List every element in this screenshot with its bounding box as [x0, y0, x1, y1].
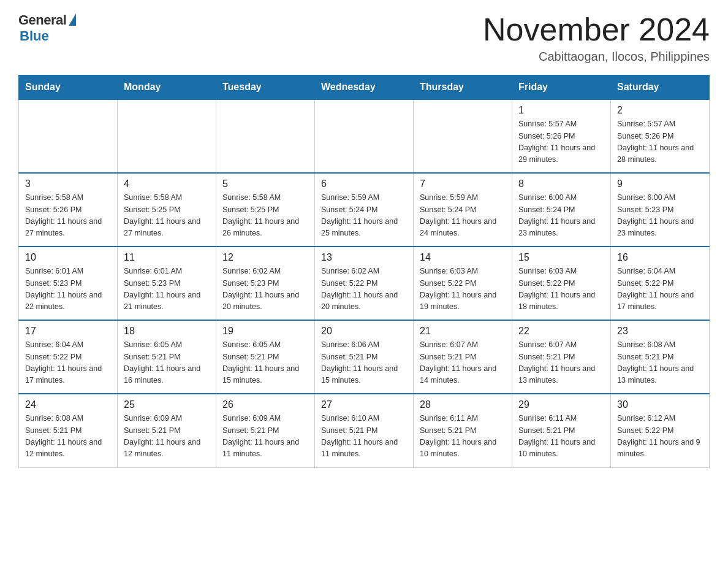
calendar-cell: 28Sunrise: 6:11 AMSunset: 5:21 PMDayligh…	[414, 394, 512, 467]
day-number: 25	[124, 399, 210, 410]
calendar-cell: 12Sunrise: 6:02 AMSunset: 5:23 PMDayligh…	[216, 247, 315, 320]
calendar-cell: 3Sunrise: 5:58 AMSunset: 5:26 PMDaylight…	[19, 173, 118, 247]
calendar-cell: 24Sunrise: 6:08 AMSunset: 5:21 PMDayligh…	[19, 394, 118, 467]
weekday-header-monday: Monday	[118, 75, 216, 100]
day-number: 6	[321, 178, 407, 190]
day-info: Sunrise: 5:59 AMSunset: 5:24 PMDaylight:…	[321, 192, 407, 240]
day-info: Sunrise: 6:01 AMSunset: 5:23 PMDaylight:…	[124, 266, 210, 313]
logo-triangle-icon	[69, 13, 76, 26]
day-info: Sunrise: 6:09 AMSunset: 5:21 PMDaylight:…	[124, 413, 210, 461]
calendar-cell: 19Sunrise: 6:05 AMSunset: 5:21 PMDayligh…	[216, 320, 315, 394]
calendar-cell: 9Sunrise: 6:00 AMSunset: 5:23 PMDaylight…	[611, 173, 710, 247]
day-number: 21	[420, 326, 506, 337]
day-number: 24	[25, 399, 111, 410]
day-number: 15	[518, 252, 604, 263]
week-row-2: 3Sunrise: 5:58 AMSunset: 5:26 PMDaylight…	[19, 173, 710, 247]
week-row-1: 1Sunrise: 5:57 AMSunset: 5:26 PMDaylight…	[19, 99, 710, 173]
calendar-cell: 11Sunrise: 6:01 AMSunset: 5:23 PMDayligh…	[118, 247, 216, 320]
day-info: Sunrise: 6:07 AMSunset: 5:21 PMDaylight:…	[518, 339, 604, 387]
day-info: Sunrise: 6:09 AMSunset: 5:21 PMDaylight:…	[222, 413, 308, 461]
calendar-cell: 15Sunrise: 6:03 AMSunset: 5:22 PMDayligh…	[512, 247, 611, 320]
day-number: 17	[25, 326, 111, 337]
weekday-header-thursday: Thursday	[414, 75, 512, 100]
day-number: 10	[25, 252, 111, 263]
logo-blue-text: Blue	[20, 28, 49, 44]
page-header: General Blue November 2024 Cabittaogan, …	[18, 12, 710, 64]
calendar-cell	[414, 99, 512, 173]
day-number: 30	[617, 399, 703, 410]
day-info: Sunrise: 5:58 AMSunset: 5:25 PMDaylight:…	[222, 192, 308, 240]
weekday-header-wednesday: Wednesday	[315, 75, 414, 100]
day-number: 7	[420, 178, 506, 190]
day-number: 4	[124, 178, 210, 190]
calendar-cell: 21Sunrise: 6:07 AMSunset: 5:21 PMDayligh…	[414, 320, 512, 394]
day-info: Sunrise: 6:12 AMSunset: 5:22 PMDaylight:…	[617, 413, 703, 461]
weekday-header-sunday: Sunday	[19, 75, 118, 100]
weekday-header-friday: Friday	[512, 75, 611, 100]
calendar-cell	[216, 99, 315, 173]
day-info: Sunrise: 5:57 AMSunset: 5:26 PMDaylight:…	[617, 118, 703, 166]
day-number: 14	[420, 252, 506, 263]
day-info: Sunrise: 6:03 AMSunset: 5:22 PMDaylight:…	[420, 266, 506, 313]
day-number: 9	[617, 178, 703, 190]
day-info: Sunrise: 5:58 AMSunset: 5:26 PMDaylight:…	[25, 192, 111, 240]
day-info: Sunrise: 5:59 AMSunset: 5:24 PMDaylight:…	[420, 192, 506, 240]
page-subtitle: Cabittaogan, Ilocos, Philippines	[483, 50, 710, 64]
day-info: Sunrise: 5:58 AMSunset: 5:25 PMDaylight:…	[124, 192, 210, 240]
day-number: 3	[25, 178, 111, 190]
day-info: Sunrise: 6:11 AMSunset: 5:21 PMDaylight:…	[518, 413, 604, 461]
calendar-cell	[315, 99, 414, 173]
title-area: November 2024 Cabittaogan, Ilocos, Phili…	[483, 12, 710, 64]
day-info: Sunrise: 6:06 AMSunset: 5:21 PMDaylight:…	[321, 339, 407, 387]
calendar-cell: 29Sunrise: 6:11 AMSunset: 5:21 PMDayligh…	[512, 394, 611, 467]
logo-general-text: General	[18, 12, 66, 28]
calendar-cell: 2Sunrise: 5:57 AMSunset: 5:26 PMDaylight…	[611, 99, 710, 173]
day-number: 11	[124, 252, 210, 263]
calendar-cell	[19, 99, 118, 173]
day-info: Sunrise: 5:57 AMSunset: 5:26 PMDaylight:…	[518, 118, 604, 166]
day-info: Sunrise: 6:08 AMSunset: 5:21 PMDaylight:…	[617, 339, 703, 387]
day-info: Sunrise: 6:02 AMSunset: 5:23 PMDaylight:…	[222, 266, 308, 313]
calendar-cell: 4Sunrise: 5:58 AMSunset: 5:25 PMDaylight…	[118, 173, 216, 247]
day-info: Sunrise: 6:05 AMSunset: 5:21 PMDaylight:…	[124, 339, 210, 387]
calendar-cell: 16Sunrise: 6:04 AMSunset: 5:22 PMDayligh…	[611, 247, 710, 320]
calendar-cell: 26Sunrise: 6:09 AMSunset: 5:21 PMDayligh…	[216, 394, 315, 467]
calendar-cell: 23Sunrise: 6:08 AMSunset: 5:21 PMDayligh…	[611, 320, 710, 394]
day-number: 29	[518, 399, 604, 410]
day-number: 13	[321, 252, 407, 263]
calendar-cell: 17Sunrise: 6:04 AMSunset: 5:22 PMDayligh…	[19, 320, 118, 394]
day-info: Sunrise: 6:11 AMSunset: 5:21 PMDaylight:…	[420, 413, 506, 461]
day-info: Sunrise: 6:01 AMSunset: 5:23 PMDaylight:…	[25, 266, 111, 313]
day-info: Sunrise: 6:00 AMSunset: 5:23 PMDaylight:…	[617, 192, 703, 240]
day-info: Sunrise: 6:03 AMSunset: 5:22 PMDaylight:…	[518, 266, 604, 313]
calendar-cell: 5Sunrise: 5:58 AMSunset: 5:25 PMDaylight…	[216, 173, 315, 247]
calendar-cell: 20Sunrise: 6:06 AMSunset: 5:21 PMDayligh…	[315, 320, 414, 394]
day-info: Sunrise: 6:04 AMSunset: 5:22 PMDaylight:…	[617, 266, 703, 313]
day-number: 5	[222, 178, 308, 190]
day-number: 2	[617, 105, 703, 116]
day-info: Sunrise: 6:07 AMSunset: 5:21 PMDaylight:…	[420, 339, 506, 387]
weekday-header-saturday: Saturday	[611, 75, 710, 100]
day-number: 19	[222, 326, 308, 337]
day-info: Sunrise: 6:08 AMSunset: 5:21 PMDaylight:…	[25, 413, 111, 461]
calendar-cell: 22Sunrise: 6:07 AMSunset: 5:21 PMDayligh…	[512, 320, 611, 394]
day-info: Sunrise: 6:02 AMSunset: 5:22 PMDaylight:…	[321, 266, 407, 313]
week-row-3: 10Sunrise: 6:01 AMSunset: 5:23 PMDayligh…	[19, 247, 710, 320]
calendar-cell: 30Sunrise: 6:12 AMSunset: 5:22 PMDayligh…	[611, 394, 710, 467]
day-number: 23	[617, 326, 703, 337]
calendar-cell: 1Sunrise: 5:57 AMSunset: 5:26 PMDaylight…	[512, 99, 611, 173]
day-number: 27	[321, 399, 407, 410]
calendar-table: SundayMondayTuesdayWednesdayThursdayFrid…	[18, 75, 710, 468]
calendar-cell: 6Sunrise: 5:59 AMSunset: 5:24 PMDaylight…	[315, 173, 414, 247]
calendar-cell: 18Sunrise: 6:05 AMSunset: 5:21 PMDayligh…	[118, 320, 216, 394]
logo: General Blue	[18, 12, 76, 44]
day-number: 22	[518, 326, 604, 337]
weekday-header-row: SundayMondayTuesdayWednesdayThursdayFrid…	[19, 75, 710, 100]
day-number: 12	[222, 252, 308, 263]
week-row-5: 24Sunrise: 6:08 AMSunset: 5:21 PMDayligh…	[19, 394, 710, 467]
calendar-cell: 27Sunrise: 6:10 AMSunset: 5:21 PMDayligh…	[315, 394, 414, 467]
calendar-cell: 25Sunrise: 6:09 AMSunset: 5:21 PMDayligh…	[118, 394, 216, 467]
day-number: 28	[420, 399, 506, 410]
calendar-cell: 14Sunrise: 6:03 AMSunset: 5:22 PMDayligh…	[414, 247, 512, 320]
day-number: 26	[222, 399, 308, 410]
